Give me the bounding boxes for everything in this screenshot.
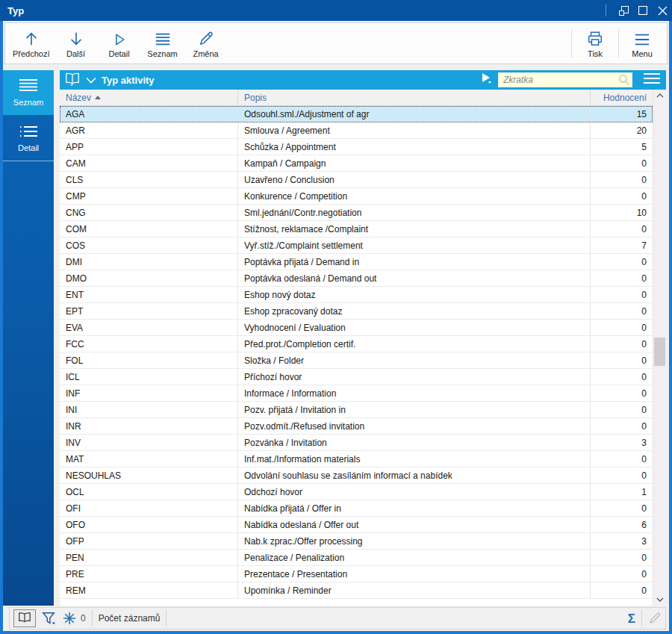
search-input[interactable] xyxy=(498,72,632,87)
panel-title: Typ aktivity xyxy=(102,75,155,86)
table-row[interactable]: AGRSmlouva / Agreement20 xyxy=(60,122,653,139)
table-row[interactable]: CLSUzavřeno / Conclusion0 xyxy=(60,172,653,188)
detail-button[interactable]: Detail xyxy=(98,23,141,63)
table-row[interactable]: INVPozvánka / Invitation3 xyxy=(60,435,653,451)
cell-nazev: INR xyxy=(60,418,237,434)
table-row[interactable]: OFINabídka přijatá / Offer in0 xyxy=(60,500,653,517)
cell-nazev: NESOUHLAS xyxy=(60,467,237,483)
maximize-button[interactable] xyxy=(633,0,653,21)
sidebar-item-detail[interactable]: Detail xyxy=(3,116,54,161)
table-row[interactable]: CAMKampaň / Campaign0 xyxy=(60,155,653,172)
cell-nazev: DMO xyxy=(60,270,237,286)
sidebar-item-seznam[interactable]: Seznam xyxy=(3,70,54,115)
print-button[interactable]: Tisk xyxy=(573,23,617,63)
cell-hodnoceni: 0 xyxy=(590,221,653,237)
table-row[interactable]: DMOPoptávka odeslaná / Demand out0 xyxy=(60,270,653,287)
scroll-up-icon[interactable] xyxy=(653,90,666,102)
seznam-button[interactable]: Seznam xyxy=(141,23,184,63)
cell-nazev: CAM xyxy=(60,155,237,171)
table-row[interactable]: PREPrezentace / Presentation0 xyxy=(60,566,653,582)
cell-hodnoceni: 0 xyxy=(590,550,653,565)
table-row[interactable]: INIPozv. přijatá / Invitation in0 xyxy=(60,402,653,418)
cell-hodnoceni: 0 xyxy=(590,287,653,302)
cell-popis: Schůzka / Appointment xyxy=(237,139,590,155)
table-row[interactable]: OFPNab.k zprac./Offer processing3 xyxy=(60,533,653,550)
dock-window-button[interactable] xyxy=(614,0,633,21)
table-row[interactable]: NESOUHLASOdvolání souhlasu se zasíláním … xyxy=(60,467,653,484)
close-button[interactable] xyxy=(653,0,672,21)
table-row[interactable]: INFInformace / Information0 xyxy=(60,385,653,402)
table-row[interactable]: COMStížnost, reklamace /Complaint0 xyxy=(60,221,653,237)
filter-icon[interactable] xyxy=(42,611,57,626)
cell-nazev: INF xyxy=(60,385,237,401)
cell-popis: Stížnost, reklamace /Complaint xyxy=(237,221,590,237)
cell-hodnoceni: 0 xyxy=(590,352,653,368)
cell-hodnoceni: 0 xyxy=(590,336,653,352)
chevron-down-icon[interactable] xyxy=(86,73,96,87)
grid-menu-icon[interactable] xyxy=(642,72,662,88)
detail-button-label: Detail xyxy=(108,49,129,58)
table-row[interactable]: ENTEshop nový dotaz0 xyxy=(60,287,653,303)
column-header-popis[interactable]: Popis xyxy=(237,90,590,105)
cell-nazev: COS xyxy=(60,237,237,253)
play-search-icon[interactable] xyxy=(481,72,493,87)
next-button[interactable]: Další xyxy=(55,23,98,63)
table-row[interactable]: OFONabídka odeslaná / Offer out6 xyxy=(60,517,653,533)
table-row[interactable]: REMUpomínka / Reminder0 xyxy=(60,582,653,599)
previous-button-label: Předchozí xyxy=(13,49,50,58)
table-row[interactable]: MATInf.mat./Information materials0 xyxy=(60,451,653,467)
cell-nazev: EPT xyxy=(60,303,237,319)
cell-nazev: OFP xyxy=(60,533,237,549)
cell-popis: Pozvánka / Invitation xyxy=(237,435,590,450)
table-row[interactable]: ICLPříchozí hovor0 xyxy=(60,369,653,385)
toolbar-separator xyxy=(618,29,619,58)
table-row[interactable]: FCCPřed.prot./Completion certif.0 xyxy=(60,336,653,352)
record-count-label: Počet záznamů xyxy=(99,613,161,624)
cell-hodnoceni: 1 xyxy=(590,484,653,500)
sort-asc-icon xyxy=(95,96,101,99)
cell-popis: Poptávka přijatá / Demand in xyxy=(237,254,590,270)
vertical-scrollbar[interactable] xyxy=(653,90,666,606)
table-row[interactable]: APPSchůzka / Appointment5 xyxy=(60,139,653,155)
table-row[interactable]: COSVyř.stíž./Complaint settlement7 xyxy=(60,237,653,254)
column-header-nazev[interactable]: Název xyxy=(60,90,237,105)
table-row[interactable]: AGAOdsouhl.sml./Adjustment of agr15 xyxy=(60,106,653,122)
scroll-down-icon[interactable] xyxy=(653,594,666,606)
book-view-button[interactable] xyxy=(13,609,36,627)
cell-nazev: PRE xyxy=(60,566,237,582)
cell-popis: Vyhodnocení / Evaluation xyxy=(237,320,590,335)
table-row[interactable]: CMPKonkurence / Competition0 xyxy=(60,188,653,205)
next-button-label: Další xyxy=(66,49,85,58)
toolbar-spacer xyxy=(228,23,570,63)
table-row[interactable]: PENPenalizace / Penalization0 xyxy=(60,550,653,566)
change-button-label: Změna xyxy=(193,49,218,58)
cell-popis: Kampaň / Campaign xyxy=(237,155,590,171)
cell-popis: Odvolání souhlasu se zasíláním informací… xyxy=(237,467,590,483)
snowflake-icon[interactable] xyxy=(63,612,76,625)
cell-hodnoceni: 0 xyxy=(590,418,653,434)
table-row[interactable]: OCLOdchozí hovor1 xyxy=(60,484,653,500)
table-row[interactable]: INRPozv.odmít./Refused invitation0 xyxy=(60,418,653,435)
table-row[interactable]: DMIPoptávka přijatá / Demand in0 xyxy=(60,254,653,270)
previous-button[interactable]: Předchozí xyxy=(8,23,55,63)
cell-hodnoceni: 0 xyxy=(590,303,653,319)
sidebar-item-label: Seznam xyxy=(13,98,43,107)
table-row[interactable]: EVAVyhodnocení / Evaluation0 xyxy=(60,320,653,336)
scrollbar-thumb[interactable] xyxy=(654,338,665,366)
table-row[interactable]: EPTEshop zpracovaný dotaz0 xyxy=(60,303,653,320)
column-header-label: Hodnocení xyxy=(603,93,647,103)
sum-button[interactable]: Σ xyxy=(628,612,635,625)
book-icon[interactable] xyxy=(64,72,81,89)
cell-popis: Inf.mat./Information materials xyxy=(237,451,590,467)
cell-popis: Odsouhl.sml./Adjustment of agr xyxy=(237,106,590,122)
change-button[interactable]: Změna xyxy=(184,23,228,63)
menu-button[interactable]: Menu xyxy=(620,23,664,63)
cell-nazev: INI xyxy=(60,402,237,417)
cell-popis: Vyř.stíž./Complaint settlement xyxy=(237,237,590,253)
column-header-label: Název xyxy=(66,93,91,103)
table-row[interactable]: CNGSml.jednání/Contr.negotiation10 xyxy=(60,205,653,221)
cell-nazev: REM xyxy=(60,582,237,598)
cell-popis: Složka / Folder xyxy=(237,352,590,368)
table-row[interactable]: FOLSložka / Folder0 xyxy=(60,352,653,369)
column-header-hodnoceni[interactable]: Hodnocení xyxy=(590,90,653,105)
